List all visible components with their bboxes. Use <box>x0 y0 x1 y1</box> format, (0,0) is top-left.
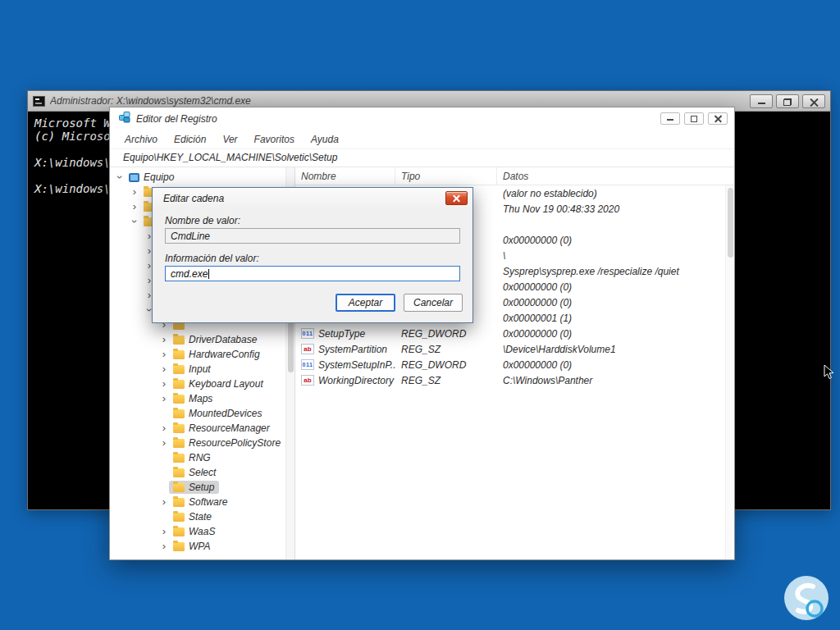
tree-item-label: DriverDatabase <box>189 334 257 345</box>
value-name-cell[interactable]: 011SystemSetupInP... <box>295 359 395 371</box>
tree-item-inner[interactable]: ResourcePolicyStore <box>169 436 285 450</box>
chevron-right-icon[interactable]: › <box>159 541 169 551</box>
maximize-button[interactable] <box>684 112 704 125</box>
folder-icon <box>173 527 185 536</box>
folder-icon <box>173 350 185 359</box>
tree-item-equipo[interactable]: ›Equipo <box>110 170 294 185</box>
folder-icon <box>173 542 185 551</box>
address-bar[interactable]: Equipo\HKEY_LOCAL_MACHINE\Solvetic\Setup <box>110 149 734 167</box>
value-name-text: SystemPartition <box>318 344 387 355</box>
chevron-down-icon[interactable]: › <box>130 217 139 226</box>
accept-button[interactable]: Aceptar <box>336 294 395 312</box>
tree-item-hardwareconfig[interactable]: ›HardwareConfig <box>110 347 294 362</box>
column-header-datos[interactable]: Datos <box>497 167 734 185</box>
tree-item-inner[interactable]: HardwareConfig <box>169 348 265 361</box>
registry-titlebar[interactable]: Editor del Registro <box>110 107 734 130</box>
value-name-cell[interactable]: 011SetupType <box>295 328 395 340</box>
close-button[interactable] <box>708 112 728 125</box>
close-button[interactable] <box>445 191 468 205</box>
tree-item-inner[interactable]: State <box>169 510 217 523</box>
registry-value-row[interactable]: 011SetupTypeREG_DWORD0x00000000 (0) <box>295 326 734 341</box>
chevron-right-icon[interactable]: › <box>159 335 169 345</box>
value-name-cell[interactable]: abWorkingDirectory <box>295 375 395 386</box>
tree-item-label: Select <box>189 467 216 478</box>
dialog-titlebar[interactable]: Editar cadena <box>153 188 472 208</box>
chevron-right-icon[interactable]: › <box>159 364 169 374</box>
value-data-cell: Sysprep\sysprep.exe /respecialize /quiet <box>497 266 734 277</box>
tree-item-select[interactable]: Select <box>110 465 294 480</box>
chevron-right-icon[interactable]: › <box>159 349 169 359</box>
value-data-cell: (valor no establecido) <box>497 188 734 199</box>
tree-item-inner[interactable]: Software <box>169 495 232 509</box>
folder-icon <box>173 513 185 522</box>
value-name-text: SetupType <box>318 328 365 340</box>
folder-icon <box>173 498 185 507</box>
menu-edición[interactable]: Edición <box>166 134 214 145</box>
tree-item-input[interactable]: ›Input <box>110 362 294 377</box>
registry-value-row[interactable]: 011SystemSetupInP...REG_DWORD0x00000000 … <box>295 357 734 372</box>
minimize-button[interactable] <box>750 94 773 108</box>
tree-item-inner[interactable]: DriverDatabase <box>169 333 262 346</box>
tree-item-keyboard-layout[interactable]: ›Keyboard Layout <box>110 377 294 391</box>
value-data-cell: C:\Windows\Panther <box>497 375 734 386</box>
chevron-right-icon[interactable]: › <box>159 394 169 404</box>
tree-item-setup[interactable]: Setup <box>110 480 294 495</box>
tree-item-wpa[interactable]: ›WPA <box>110 539 294 554</box>
value-type-cell: REG_SZ <box>395 375 497 386</box>
mouse-cursor <box>824 364 835 384</box>
registry-value-row[interactable]: abSystemPartitionREG_SZ\Device\HarddiskV… <box>295 341 734 357</box>
tree-item-inner[interactable]: Maps <box>169 392 217 405</box>
caption-buttons <box>660 112 728 125</box>
tree-item-resourcepolicystore[interactable]: ›ResourcePolicyStore <box>110 436 294 450</box>
chevron-right-icon[interactable]: › <box>130 202 139 212</box>
tree-item-waas[interactable]: ›WaaS <box>110 524 294 539</box>
list-scrollbar[interactable] <box>725 185 734 559</box>
tree-item-inner[interactable]: Select <box>169 466 221 479</box>
menu-ayuda[interactable]: Ayuda <box>303 134 347 145</box>
tree-item-label: Maps <box>189 393 212 404</box>
tree-item-inner[interactable]: WPA <box>169 540 215 553</box>
tree-item-driverdatabase[interactable]: ›DriverDatabase <box>110 332 294 347</box>
tree-item-inner[interactable]: MountedDevices <box>169 407 267 420</box>
maximize-icon <box>691 116 697 122</box>
menu-bar: ArchivoEdiciónVerFavoritosAyuda <box>110 130 734 149</box>
value-data-cell: \ <box>497 250 734 262</box>
selected-tree-item[interactable]: Setup <box>169 481 219 494</box>
chevron-right-icon[interactable]: › <box>159 423 169 433</box>
value-data-input[interactable]: cmd.exe <box>165 266 460 281</box>
tree-item-inner[interactable]: Keyboard Layout <box>169 377 268 390</box>
chevron-down-icon[interactable]: › <box>115 172 125 182</box>
tree-item-rng[interactable]: RNG <box>110 450 294 465</box>
chevron-right-icon[interactable]: › <box>159 527 169 536</box>
tree-item-state[interactable]: State <box>110 509 294 524</box>
chevron-right-icon[interactable]: › <box>130 187 139 197</box>
column-header-tipo[interactable]: Tipo <box>395 167 497 185</box>
menu-ver[interactable]: Ver <box>214 134 245 145</box>
tree-item-inner[interactable]: Equipo <box>125 171 179 184</box>
tree-item-inner[interactable]: ResourceManager <box>169 422 275 435</box>
value-type-cell: REG_SZ <box>395 344 497 355</box>
tree-item-software[interactable]: ›Software <box>110 495 294 509</box>
tree-item-label: Input <box>189 363 211 375</box>
tree-item-inner[interactable]: RNG <box>169 451 216 464</box>
value-name-cell[interactable]: abSystemPartition <box>295 344 395 355</box>
menu-favoritos[interactable]: Favoritos <box>246 134 303 145</box>
restore-button[interactable] <box>776 94 799 108</box>
tree-item-resourcemanager[interactable]: ›ResourceManager <box>110 421 294 436</box>
chevron-right-icon[interactable]: › <box>159 438 169 448</box>
chevron-right-icon[interactable]: › <box>159 497 169 507</box>
tree-item-mounteddevices[interactable]: MountedDevices <box>110 406 294 421</box>
value-type-cell: REG_DWORD <box>395 328 497 340</box>
tree-item-label: HardwareConfig <box>189 349 260 360</box>
menu-archivo[interactable]: Archivo <box>116 134 166 145</box>
tree-item-inner[interactable]: Input <box>169 363 216 376</box>
tree-item-inner[interactable]: WaaS <box>169 525 220 538</box>
minimize-button[interactable] <box>660 112 680 125</box>
registry-value-row[interactable]: abWorkingDirectoryREG_SZC:\Windows\Panth… <box>295 372 734 388</box>
cancel-button[interactable]: Cancelar <box>404 294 463 312</box>
scrollbar-thumb[interactable] <box>728 188 733 258</box>
chevron-right-icon[interactable]: › <box>159 379 169 389</box>
close-button[interactable] <box>802 94 825 108</box>
column-header-nombre[interactable]: Nombre <box>295 167 395 185</box>
tree-item-maps[interactable]: ›Maps <box>110 391 294 406</box>
